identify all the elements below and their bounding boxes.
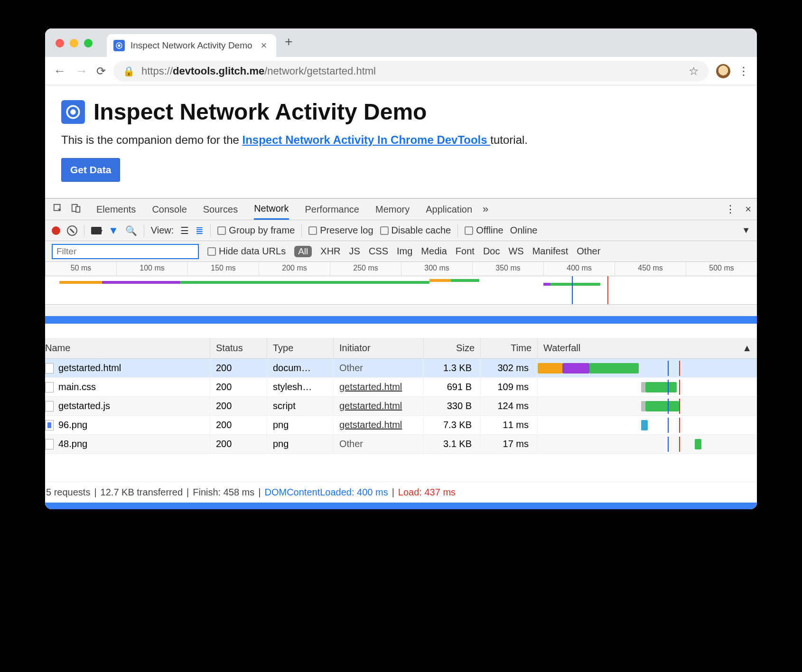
devtools-menu-icon[interactable]: ⋮ <box>725 203 736 215</box>
close-tab-icon[interactable]: × <box>258 39 267 52</box>
get-data-button[interactable]: Get Data <box>61 158 120 182</box>
browser-menu-icon[interactable]: ⋮ <box>738 68 749 74</box>
maximize-window-icon[interactable] <box>84 39 93 47</box>
table-row[interactable]: getstarted.js200scriptgetstarted.html330… <box>45 397 757 416</box>
devtools-tab-network[interactable]: Network <box>254 199 289 220</box>
request-type: docum… <box>267 359 334 377</box>
record-icon[interactable] <box>52 226 60 235</box>
table-row[interactable]: 48.png200pngOther3.1 KB17 ms <box>45 435 757 454</box>
filter-type-manifest[interactable]: Manifest <box>532 246 569 257</box>
more-tabs-icon[interactable]: » <box>483 203 488 215</box>
filter-type-js[interactable]: JS <box>349 246 360 257</box>
filter-type-doc[interactable]: Doc <box>483 246 500 257</box>
close-window-icon[interactable] <box>56 39 64 47</box>
ruler-tick: 400 ms <box>543 262 615 276</box>
screenshot-icon[interactable] <box>91 227 102 234</box>
devtools-tabs: ElementsConsoleSourcesNetworkPerformance… <box>45 198 757 220</box>
inspect-element-icon[interactable] <box>51 203 65 216</box>
ruler-tick: 300 ms <box>401 262 472 276</box>
ruler-tick: 250 ms <box>330 262 401 276</box>
file-icon <box>45 401 54 411</box>
offline-checkbox[interactable]: Offline <box>465 225 503 236</box>
intro-text: This is the companion demo for the Inspe… <box>61 133 741 147</box>
request-time: 302 ms <box>481 359 538 377</box>
file-icon <box>45 382 54 392</box>
minimize-window-icon[interactable] <box>70 39 78 47</box>
col-initiator[interactable]: Initiator <box>334 338 424 358</box>
status-transferred: 12.7 KB transferred <box>101 487 183 498</box>
group-by-frame-checkbox[interactable]: Group by frame <box>217 225 295 236</box>
ruler-tick: 50 ms <box>45 262 116 276</box>
filter-type-media[interactable]: Media <box>421 246 447 257</box>
waterfall-cell <box>538 418 757 433</box>
overview-marker <box>572 276 573 304</box>
request-initiator[interactable]: getstarted.html <box>334 378 424 396</box>
reload-button[interactable]: ⟳ <box>96 65 106 78</box>
network-toolbar: ▼ 🔍 View: ☰ ≣ Group by frame Preserve lo… <box>45 220 757 241</box>
request-status: 200 <box>210 416 267 434</box>
network-log-highlight: Name Status Type Initiator Size Time Wat… <box>45 316 757 509</box>
overview-bar <box>550 283 600 286</box>
devtools-tab-application[interactable]: Application <box>426 199 472 220</box>
table-row[interactable]: getstarted.html200docum…Other1.3 KB302 m… <box>45 359 757 378</box>
ruler-tick: 500 ms <box>686 262 757 276</box>
col-time[interactable]: Time <box>481 338 538 358</box>
throttling-dropdown-icon[interactable]: ▼ <box>742 225 750 235</box>
search-icon[interactable]: 🔍 <box>125 225 137 236</box>
profile-avatar[interactable] <box>716 64 730 78</box>
table-row[interactable]: 96.png200pnggetstarted.html7.3 KB11 ms <box>45 416 757 435</box>
request-status: 200 <box>210 397 267 415</box>
file-icon <box>45 439 54 449</box>
network-table-body: getstarted.html200docum…Other1.3 KB302 m… <box>45 359 757 454</box>
large-rows-icon[interactable]: ☰ <box>180 225 189 236</box>
hide-data-urls-checkbox[interactable]: Hide data URLs <box>207 246 286 257</box>
status-load: Load: 437 ms <box>398 487 456 498</box>
svg-rect-6 <box>76 206 80 212</box>
filter-type-ws[interactable]: WS <box>508 246 523 257</box>
col-type[interactable]: Type <box>267 338 334 358</box>
page-heading: Inspect Network Activity Demo <box>61 99 741 125</box>
request-initiator[interactable]: getstarted.html <box>334 416 424 434</box>
device-toolbar-icon[interactable] <box>69 203 83 216</box>
devtools-tab-elements[interactable]: Elements <box>96 199 136 220</box>
filter-input[interactable] <box>52 244 199 259</box>
request-initiator: Other <box>334 435 424 453</box>
filter-type-xhr[interactable]: XHR <box>320 246 340 257</box>
close-devtools-icon[interactable]: × <box>745 203 751 215</box>
devtools-tab-performance[interactable]: Performance <box>305 199 360 220</box>
col-name[interactable]: Name <box>45 338 210 358</box>
request-type: png <box>267 416 334 434</box>
online-label[interactable]: Online <box>510 225 538 236</box>
request-initiator[interactable]: getstarted.html <box>334 397 424 415</box>
network-filter-bar: Hide data URLs AllXHRJSCSSImgMediaFontDo… <box>45 241 757 262</box>
timeline-overview[interactable] <box>45 276 757 305</box>
browser-tab[interactable]: Inspect Network Activity Demo × <box>107 34 276 57</box>
tutorial-link[interactable]: Inspect Network Activity In Chrome DevTo… <box>242 133 491 146</box>
devtools-tab-memory[interactable]: Memory <box>375 199 410 220</box>
devtools-tab-console[interactable]: Console <box>152 199 187 220</box>
bookmark-star-icon[interactable]: ☆ <box>689 65 699 78</box>
filter-type-css[interactable]: CSS <box>369 246 388 257</box>
filter-type-font[interactable]: Font <box>456 246 475 257</box>
filter-icon[interactable]: ▼ <box>108 224 119 237</box>
col-status[interactable]: Status <box>210 338 267 358</box>
network-status-bar: 5 requests | 12.7 KB transferred | Finis… <box>45 482 757 503</box>
preserve-log-checkbox[interactable]: Preserve log <box>308 225 373 236</box>
filter-type-all[interactable]: All <box>294 246 312 257</box>
col-size[interactable]: Size <box>424 338 481 358</box>
filter-type-other[interactable]: Other <box>577 246 600 257</box>
clear-icon[interactable] <box>67 225 77 236</box>
back-button[interactable]: ← <box>53 64 67 78</box>
address-bar[interactable]: 🔒 https://devtools.glitch.me/network/get… <box>113 61 709 82</box>
waterfall-view-icon[interactable]: ≣ <box>196 225 204 236</box>
new-tab-button[interactable]: + <box>279 34 298 51</box>
favicon-icon <box>113 40 125 51</box>
file-icon <box>45 363 54 373</box>
request-name: main.css <box>58 382 96 392</box>
filter-type-img[interactable]: Img <box>397 246 412 257</box>
waterfall-cell <box>538 361 757 376</box>
table-row[interactable]: main.css200stylesh…getstarted.html691 B1… <box>45 378 757 397</box>
col-waterfall[interactable]: Waterfall▲ <box>538 338 757 358</box>
devtools-tab-sources[interactable]: Sources <box>203 199 238 220</box>
disable-cache-checkbox[interactable]: Disable cache <box>380 225 451 236</box>
